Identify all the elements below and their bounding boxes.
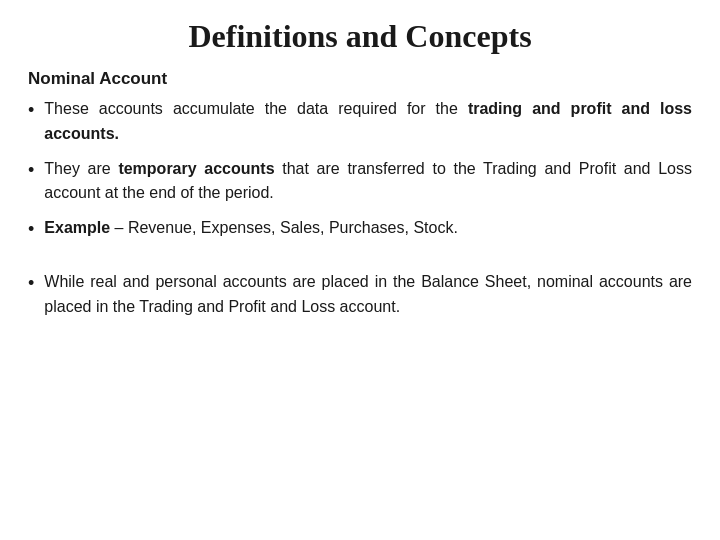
bullet-text-2: They are temporary accounts that are tra… (44, 157, 692, 207)
bold-text-1: trading and profit and loss accounts. (44, 100, 692, 142)
bullet-item-2: • They are temporary accounts that are t… (28, 157, 692, 207)
page: Definitions and Concepts Nominal Account… (0, 0, 720, 540)
bold-text-3: Example (44, 219, 110, 236)
content-area: Nominal Account • These accounts accumul… (28, 69, 692, 522)
bullet-text-4: While real and personal accounts are pla… (44, 270, 692, 320)
bullet-list: • These accounts accumulate the data req… (28, 97, 692, 254)
divider-space (28, 254, 692, 266)
bullet-item-4: • While real and personal accounts are p… (28, 270, 692, 320)
extra-bullet-list: • While real and personal accounts are p… (28, 266, 692, 330)
bullet-text-3: Example – Revenue, Expenses, Sales, Purc… (44, 216, 692, 241)
bullet-symbol-4: • (28, 270, 34, 298)
page-title: Definitions and Concepts (28, 18, 692, 55)
bullet-symbol-3: • (28, 216, 34, 244)
bullet-text-1: These accounts accumulate the data requi… (44, 97, 692, 147)
bullet-item-3: • Example – Revenue, Expenses, Sales, Pu… (28, 216, 692, 244)
bullet-symbol-1: • (28, 97, 34, 125)
bullet-symbol-2: • (28, 157, 34, 185)
bold-text-2: temporary accounts (118, 160, 274, 177)
bullet-item-1: • These accounts accumulate the data req… (28, 97, 692, 147)
section-heading: Nominal Account (28, 69, 692, 89)
